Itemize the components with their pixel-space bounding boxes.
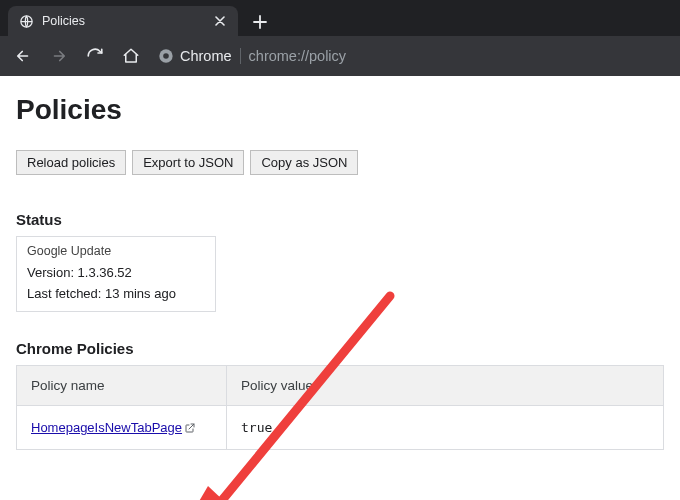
status-version-row: Version: 1.3.36.52 <box>27 265 205 280</box>
close-icon[interactable] <box>212 13 228 29</box>
status-fetched-row: Last fetched: 13 mins ago <box>27 286 205 301</box>
page-title: Policies <box>16 94 664 126</box>
globe-icon <box>18 13 34 29</box>
version-label: Version <box>27 265 70 280</box>
site-identity-label: Chrome <box>180 48 232 64</box>
url-text: chrome://policy <box>249 48 347 64</box>
page-content: Policies Reload policies Export to JSON … <box>0 76 680 468</box>
omnibox[interactable]: Chrome chrome://policy <box>158 48 346 64</box>
action-button-row: Reload policies Export to JSON Copy as J… <box>16 150 664 175</box>
policy-value-text: true <box>241 420 272 435</box>
copy-json-button[interactable]: Copy as JSON <box>250 150 358 175</box>
col-policy-value: Policy value <box>227 366 664 406</box>
back-button[interactable] <box>8 41 38 71</box>
reload-button[interactable] <box>80 41 110 71</box>
policies-table: Policy name Policy value HomepageIsNewTa… <box>16 365 664 450</box>
table-row: HomepageIsNewTabPage true <box>17 406 664 450</box>
status-card-legend: Google Update <box>27 244 205 258</box>
forward-button[interactable] <box>44 41 74 71</box>
new-tab-button[interactable] <box>246 8 274 36</box>
tab-strip: Policies <box>0 0 680 36</box>
home-button[interactable] <box>116 41 146 71</box>
version-value: 1.3.36.52 <box>78 265 132 280</box>
reload-policies-button[interactable]: Reload policies <box>16 150 126 175</box>
omnibox-divider <box>240 48 241 64</box>
toolbar: Chrome chrome://policy <box>0 36 680 76</box>
tab-title: Policies <box>42 14 204 28</box>
chrome-icon <box>158 48 174 64</box>
policy-name-link[interactable]: HomepageIsNewTabPage <box>31 420 182 435</box>
export-json-button[interactable]: Export to JSON <box>132 150 244 175</box>
fetched-label: Last fetched <box>27 286 98 301</box>
svg-point-2 <box>163 53 169 59</box>
browser-chrome: Policies Chrome <box>0 0 680 76</box>
active-tab[interactable]: Policies <box>8 6 238 36</box>
col-policy-name: Policy name <box>17 366 227 406</box>
svg-marker-4 <box>170 486 240 500</box>
external-link-icon <box>184 422 196 434</box>
status-section-title: Status <box>16 211 664 228</box>
chrome-policies-section-title: Chrome Policies <box>16 340 664 357</box>
status-card: Google Update Version: 1.3.36.52 Last fe… <box>16 236 216 312</box>
fetched-value: 13 mins ago <box>105 286 176 301</box>
site-identity: Chrome <box>158 48 232 64</box>
